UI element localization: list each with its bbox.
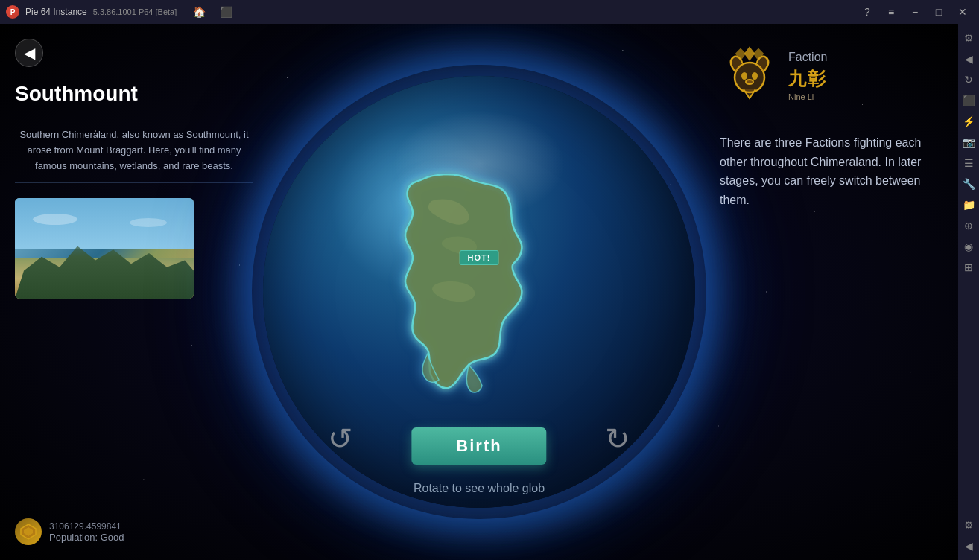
app-icon: P [6, 5, 19, 19]
sidebar-icon-6[interactable]: 📷 [960, 134, 977, 150]
faction-emblem [720, 46, 779, 106]
sidebar-icon-3[interactable]: ↻ [960, 71, 977, 88]
titlebar-left: P Pie 64 Instance 5.3.86.1001 P64 [Beta]… [6, 4, 236, 20]
faction-chinese-name: 九彰 [788, 67, 827, 91]
faction-divider [720, 121, 928, 121]
server-info: 3106129.4599841 Population: Good [49, 521, 124, 543]
left-panel: ◀ Southmount Southern Chimeraland, also … [15, 39, 253, 299]
rotate-right-arrow[interactable]: ↻ [605, 421, 630, 456]
menu-button[interactable]: ≡ [881, 4, 902, 20]
sidebar-icon-4[interactable]: ⬛ [960, 92, 977, 109]
sidebar-icon-12[interactable]: ⊞ [960, 259, 977, 276]
window-controls: ? ≡ − □ ✕ [857, 4, 973, 20]
sidebar-icon-11[interactable]: ◉ [960, 238, 977, 255]
faction-info: Faction 九彰 Nine Li [788, 51, 928, 101]
sidebar-icon-10[interactable]: ⊕ [960, 217, 977, 234]
main-content: ◀ Southmount Southern Chimeraland, also … [0, 24, 958, 560]
app-title: Pie 64 Instance [25, 7, 87, 17]
sidebar-icon-1[interactable]: ⚙ [960, 30, 977, 46]
faction-description: There are three Factions fighting each o… [720, 133, 928, 209]
faction-header: Faction 九彰 Nine Li [720, 46, 928, 106]
sidebar-icon-9[interactable]: 📁 [960, 197, 977, 213]
faction-label: Faction [788, 51, 928, 64]
sidebar-icon-2[interactable]: ◀ [960, 51, 977, 67]
hot-label: HOT! [468, 253, 491, 262]
back-icon: ◀ [24, 44, 35, 62]
close-button[interactable]: ✕ [952, 4, 973, 20]
hot-badge: HOT! [460, 250, 499, 265]
nav-bookmark-button[interactable]: ⬛ [215, 4, 236, 20]
app-version: 5.3.86.1001 P64 [Beta] [93, 7, 177, 16]
svg-point-4 [742, 73, 747, 79]
right-panel: Faction 九彰 Nine Li There are three Facti… [720, 46, 928, 209]
restore-button[interactable]: □ [928, 4, 949, 20]
birth-button[interactable]: Birth [411, 427, 546, 465]
faction-sub-label: Nine Li [788, 92, 928, 101]
sidebar-icon-7[interactable]: ☰ [960, 155, 977, 171]
sidebar-icon-settings[interactable]: ⚙ [960, 517, 977, 533]
svg-point-5 [753, 73, 757, 79]
titlebar: P Pie 64 Instance 5.3.86.1001 P64 [Beta]… [0, 0, 979, 24]
help-button[interactable]: ? [857, 4, 878, 20]
bottom-left-info: 3106129.4599841 Population: Good [15, 518, 124, 545]
rotate-hint-text: Rotate to see whole glob [414, 482, 545, 495]
minimize-button[interactable]: − [904, 4, 925, 20]
continent [364, 164, 573, 420]
server-icon [15, 518, 42, 545]
sidebar-icon-8[interactable]: 🔧 [960, 176, 977, 192]
right-sidebar: ⚙ ◀ ↻ ⬛ ⚡ 📷 ☰ 🔧 📁 ⊕ ◉ ⊞ ⚙ ◀ [958, 24, 979, 560]
region-image [15, 198, 194, 299]
server-id: 3106129.4599841 [49, 521, 124, 532]
rotate-left-arrow[interactable]: ↺ [328, 421, 353, 456]
svg-point-6 [746, 80, 753, 84]
population-badge: Population: Good [49, 532, 124, 543]
sidebar-icon-back[interactable]: ◀ [960, 538, 977, 554]
faction-name: 九彰 [788, 67, 928, 91]
region-description: Southern Chimeraland, also known as Sout… [15, 118, 253, 183]
nav-home-button[interactable]: 🏠 [188, 4, 209, 20]
back-button[interactable]: ◀ [15, 39, 43, 67]
sidebar-icon-5[interactable]: ⚡ [960, 113, 977, 130]
globe-container: HOT! ↺ ↻ Birth Rotate to see whole glob [263, 76, 695, 508]
svg-marker-0 [745, 48, 754, 60]
region-name: Southmount [15, 82, 253, 106]
titlebar-nav: 🏠 ⬛ [188, 4, 236, 20]
